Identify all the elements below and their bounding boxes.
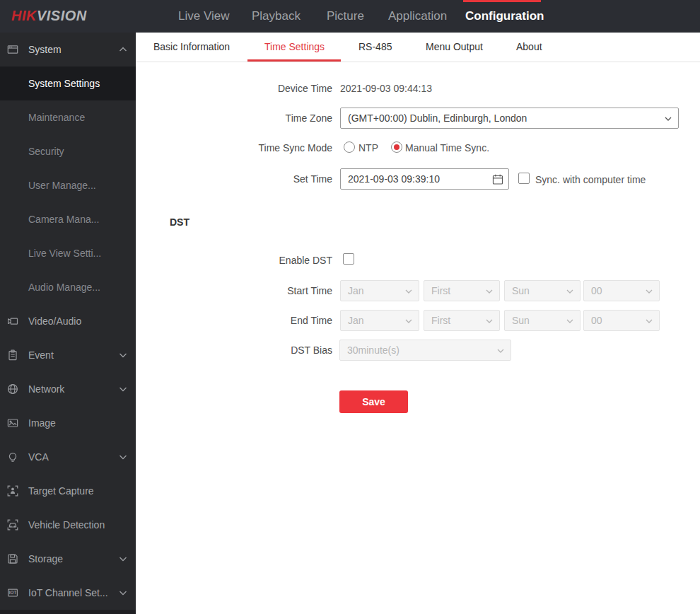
svg-text:IOT: IOT bbox=[9, 590, 17, 595]
